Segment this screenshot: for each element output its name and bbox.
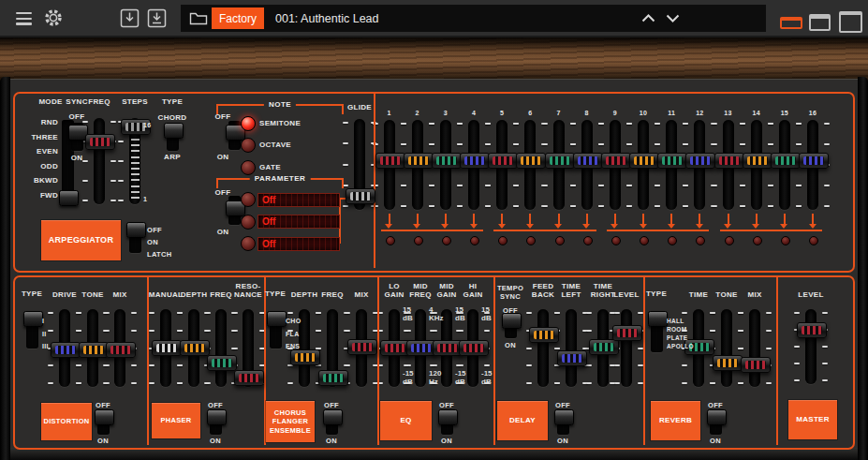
- delay-selector-switch-handle[interactable]: [502, 313, 522, 329]
- step-3-fader-cap[interactable]: [432, 153, 462, 169]
- chorus-flanger-ensemble-button[interactable]: CHORUS FLANGER ENSEMBLE: [266, 401, 315, 442]
- reverb-selector-switch-handle[interactable]: [648, 311, 668, 327]
- phaser-reso-nance-fader-cap[interactable]: [234, 370, 264, 386]
- param-led-1[interactable]: [241, 192, 256, 207]
- note-led-semitone[interactable]: [241, 116, 256, 131]
- menu-icon[interactable]: [16, 12, 32, 28]
- chorus-flanger-ensemble-freq-fader-cap[interactable]: [318, 370, 348, 386]
- note-led-octave[interactable]: [241, 138, 256, 153]
- arp-latch-switch-handle[interactable]: [126, 222, 146, 238]
- settings-gear-icon[interactable]: [43, 7, 64, 28]
- eq-power-switch-handle[interactable]: [438, 409, 458, 425]
- step-16-led: [809, 236, 818, 245]
- chorus-flanger-ensemble-selector-switch-handle[interactable]: [267, 311, 287, 327]
- step-8-fader-cap[interactable]: [573, 153, 603, 169]
- distortion-power-switch-handle[interactable]: [95, 409, 114, 425]
- save-preset-icon[interactable]: [147, 8, 167, 28]
- chorus-flanger-ensemble-option-ens: ENS: [286, 342, 323, 350]
- delay-time-left-fader-cap[interactable]: [557, 350, 587, 366]
- step-5-number: 5: [493, 109, 511, 117]
- window-size-large-icon[interactable]: [839, 11, 862, 33]
- arp-type-switch-handle[interactable]: [164, 123, 184, 139]
- mode-option-fwd: FWD: [17, 191, 58, 200]
- reverb-button[interactable]: REVERB: [651, 401, 700, 440]
- step-7-arrow: [558, 214, 560, 225]
- step-10-fader-cap[interactable]: [629, 153, 659, 169]
- folder-icon[interactable]: [189, 11, 208, 26]
- step-13-fader-cap[interactable]: [714, 153, 744, 169]
- tick-marks: [738, 312, 743, 384]
- reverb-tone-fader-track[interactable]: [721, 309, 732, 387]
- factory-bank-button[interactable]: Factory: [212, 7, 264, 29]
- delay-power-switch-handle[interactable]: [554, 409, 574, 425]
- step-4-fader-cap[interactable]: [460, 153, 490, 169]
- preset-down-icon[interactable]: [666, 14, 680, 22]
- step-16-arrow: [812, 214, 814, 225]
- distortion-tone-fader-cap[interactable]: [79, 342, 109, 358]
- distortion-button[interactable]: DISTORTION: [41, 403, 92, 440]
- tick-marks: [766, 312, 772, 384]
- eq-button[interactable]: EQ: [380, 401, 432, 440]
- delay-button[interactable]: DELAY: [497, 401, 548, 440]
- step-1-number: 1: [380, 109, 399, 117]
- freq-fader-track[interactable]: [94, 118, 105, 204]
- chorus-flanger-ensemble-power-switch-handle[interactable]: [323, 409, 343, 425]
- param-display-1[interactable]: Off: [257, 193, 340, 207]
- master-level-fader-cap[interactable]: [797, 322, 827, 338]
- delay-time-right-fader-cap[interactable]: [589, 339, 619, 355]
- delay-level-fader-track[interactable]: [621, 309, 632, 387]
- step-12-fader-cap[interactable]: [685, 153, 715, 169]
- load-preset-icon[interactable]: [120, 8, 140, 28]
- chorus-flanger-ensemble-depth-fader-cap[interactable]: [290, 349, 320, 365]
- delay-power-switch-off-label: OFF: [549, 401, 577, 409]
- param-display-2[interactable]: Off: [257, 215, 340, 229]
- delay-feed-back-fader-track[interactable]: [537, 309, 549, 387]
- reverb-power-switch-handle[interactable]: [707, 409, 727, 425]
- window-size-small-icon[interactable]: [780, 17, 802, 29]
- step-14-fader-cap[interactable]: [743, 153, 772, 169]
- step-7-fader-cap[interactable]: [545, 153, 575, 169]
- delay-time-left-fader-track[interactable]: [566, 309, 577, 387]
- phaser-power-switch-handle[interactable]: [207, 409, 227, 425]
- arpeggiator-button[interactable]: ARPEGGIATOR: [41, 220, 121, 260]
- delay-feed-back-fader-cap[interactable]: [529, 327, 559, 343]
- step-9-fader-cap[interactable]: [601, 153, 631, 169]
- master-button[interactable]: MASTER: [788, 400, 837, 439]
- window-size-medium-icon[interactable]: [809, 14, 831, 31]
- note-led-gate[interactable]: [241, 160, 256, 175]
- step-9-number: 9: [606, 109, 625, 117]
- reverb-mix-fader-track[interactable]: [749, 309, 760, 387]
- step-15-fader-cap[interactable]: [771, 153, 801, 169]
- phaser-freq-fader-cap[interactable]: [207, 355, 237, 371]
- step-5-fader-cap[interactable]: [488, 153, 518, 169]
- delay-level-fader-cap[interactable]: [612, 325, 642, 341]
- step-11-arrow: [670, 214, 672, 225]
- phaser-manual-fader-cap[interactable]: [152, 340, 182, 356]
- eq-hi-gain-fader-cap[interactable]: [459, 340, 489, 356]
- step-11-fader-cap[interactable]: [657, 153, 687, 169]
- param-display-3[interactable]: Off: [257, 237, 340, 251]
- preset-up-icon[interactable]: [641, 14, 655, 22]
- distortion-selector-switch-handle[interactable]: [23, 311, 43, 327]
- step-1-fader-cap[interactable]: [375, 153, 405, 169]
- step-2-fader-cap[interactable]: [404, 153, 434, 169]
- param-led-2[interactable]: [241, 215, 256, 230]
- glide-fader-label: GLIDE: [338, 103, 381, 111]
- phaser-freq-fader-track[interactable]: [215, 309, 227, 387]
- param-led-3[interactable]: [241, 236, 256, 251]
- reverb-tone-fader-cap[interactable]: [713, 355, 743, 371]
- chorus-flanger-ensemble-mix-fader-cap[interactable]: [347, 339, 377, 355]
- phaser-depth-fader-cap[interactable]: [180, 340, 210, 356]
- glide-fader-cap[interactable]: [346, 188, 375, 204]
- mode-switch-handle[interactable]: [59, 190, 79, 206]
- step-6-fader-cap[interactable]: [516, 153, 546, 169]
- distortion-mix-fader-cap[interactable]: [106, 342, 136, 358]
- step-16-number: 16: [803, 109, 822, 117]
- freq-fader-cap[interactable]: [85, 134, 115, 150]
- preset-name[interactable]: 001: Authentic Lead: [275, 12, 379, 25]
- reverb-mix-fader-cap[interactable]: [741, 357, 771, 373]
- phaser-button[interactable]: PHASER: [152, 403, 200, 438]
- master-level-fader-track[interactable]: [805, 309, 817, 384]
- step-16-fader-cap[interactable]: [799, 153, 829, 169]
- param-off-label: OFF: [211, 188, 235, 197]
